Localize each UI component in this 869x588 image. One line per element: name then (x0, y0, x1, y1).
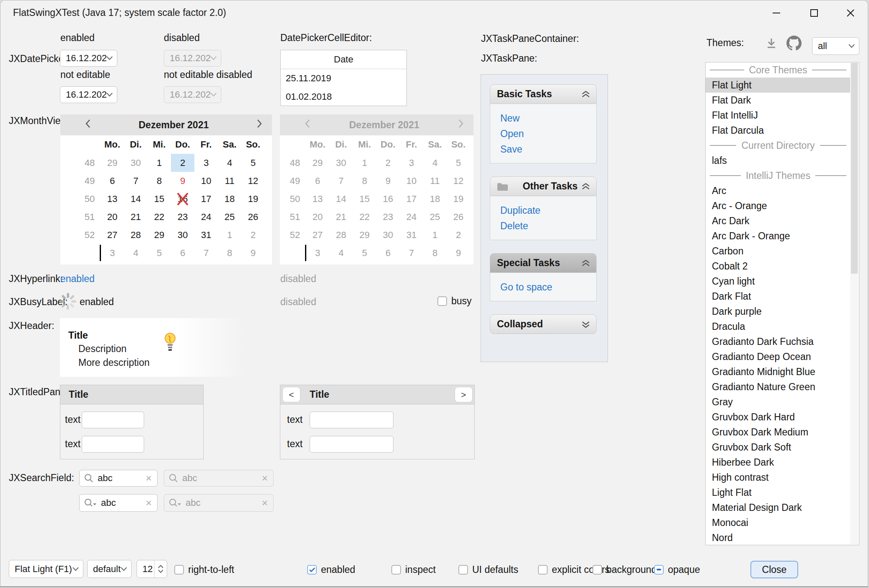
checkbox-item-ui-defaults[interactable]: UI defaults (458, 564, 518, 575)
calendar-day[interactable]: 10 (194, 172, 218, 190)
taskpane-link[interactable]: New (500, 111, 596, 126)
taskpane-link[interactable]: Open (500, 126, 596, 142)
theme-item[interactable]: Flat IntelliJ (706, 108, 851, 123)
checkbox-item-background[interactable]: background (592, 564, 657, 575)
text-input[interactable] (82, 436, 144, 453)
theme-item[interactable]: Gruvbox Dark Soft (706, 440, 851, 455)
minimize-button[interactable] (764, 0, 789, 26)
calendar-day[interactable]: 19 (241, 190, 265, 208)
theme-item[interactable]: Dracula (706, 319, 851, 334)
theme-item[interactable]: Material Design Dark (706, 500, 851, 515)
calendar-day[interactable]: 3 (101, 244, 124, 262)
calendar-day[interactable]: 22 (147, 208, 171, 226)
busy-checkbox[interactable] (437, 296, 447, 306)
calendar-day[interactable]: 17 (194, 190, 218, 208)
calendar-day[interactable]: 4 (218, 154, 241, 172)
checkbox[interactable] (538, 565, 548, 575)
text-input[interactable] (310, 436, 393, 453)
theme-item[interactable]: Hiberbee Dark (706, 455, 851, 470)
calendar-day[interactable]: 7 (194, 244, 218, 262)
taskpane-link[interactable]: Delete (500, 218, 596, 234)
theme-item[interactable]: Gruvbox Dark Hard (706, 409, 851, 425)
themes-scrollbar[interactable] (850, 63, 859, 544)
calendar-day[interactable]: 1 (218, 226, 241, 244)
theme-item[interactable]: Flat Dark (706, 93, 851, 108)
theme-item[interactable]: Arc (706, 183, 851, 198)
calendar-day[interactable]: 13 (101, 190, 124, 208)
checkbox[interactable] (654, 565, 664, 575)
calendar-day[interactable]: 27 (101, 226, 124, 244)
titled-panel-prev-button[interactable]: < (282, 387, 300, 402)
search-field-menu-enabled[interactable]: abc ✕ (79, 494, 158, 512)
theme-item[interactable]: Gruvbox Dark Medium (706, 425, 851, 440)
theme-item[interactable]: Nord (706, 530, 851, 545)
theme-item[interactable]: Monocai (706, 515, 851, 530)
calendar-day[interactable]: 26 (241, 208, 265, 226)
taskpane-link[interactable]: Duplicate (500, 203, 596, 218)
theme-item[interactable]: Gradianto Dark Fuchsia (706, 334, 851, 349)
theme-item[interactable]: lafs (706, 153, 851, 168)
theme-item[interactable]: Gradianto Nature Green (706, 379, 851, 394)
theme-item[interactable]: Light Flat (706, 485, 851, 500)
calendar-day[interactable]: 9 (241, 244, 265, 262)
taskpane-link[interactable]: Go to space (500, 280, 596, 295)
themes-scrollbar-thumb[interactable] (851, 63, 858, 274)
checkbox[interactable] (391, 565, 401, 575)
theme-item[interactable]: Flat Darcula (706, 123, 851, 138)
calendar-day[interactable]: 25 (218, 208, 241, 226)
checkbox[interactable] (592, 565, 602, 575)
calendar-day[interactable]: 7 (124, 172, 147, 190)
calendar-day[interactable]: 28 (124, 226, 147, 244)
themes-filter-combo[interactable]: all (812, 37, 859, 55)
checkbox[interactable] (307, 565, 317, 575)
calendar-day[interactable]: 31 (194, 226, 218, 244)
calendar-day[interactable]: 30 (171, 226, 194, 244)
theme-item[interactable]: Gradianto Deep Ocean (706, 349, 851, 364)
calendar-day[interactable]: 5 (241, 154, 265, 172)
calendar-day[interactable]: 3 (194, 154, 218, 172)
titled-panel-next-button[interactable]: > (455, 387, 473, 402)
maximize-button[interactable] (802, 0, 827, 26)
calendar-day[interactable]: 23 (171, 208, 194, 226)
checkbox-item-enabled[interactable]: enabled (307, 564, 355, 575)
checkbox[interactable] (174, 565, 184, 575)
clear-icon[interactable]: ✕ (145, 474, 152, 483)
clear-icon[interactable]: ✕ (145, 498, 152, 508)
taskpane-header[interactable]: Collapsed (490, 314, 597, 334)
checkbox-item-inspect[interactable]: inspect (391, 564, 436, 575)
busy-checkbox-item[interactable]: busy (437, 295, 472, 307)
calendar-day[interactable]: 5 (147, 244, 171, 262)
calendar-day[interactable]: 15 (147, 190, 171, 208)
taskpane-header[interactable]: Basic Tasks (490, 84, 597, 104)
theme-item[interactable]: Carbon (706, 243, 851, 259)
download-themes-button[interactable] (765, 36, 778, 52)
theme-item[interactable]: Arc - Orange (706, 198, 851, 213)
checkbox[interactable] (458, 565, 468, 575)
calendar-day[interactable]: 1 (147, 154, 171, 172)
search-value[interactable]: abc (97, 497, 145, 508)
theme-item[interactable]: High contrast (706, 470, 851, 485)
search-value[interactable]: abc (93, 473, 145, 484)
theme-item[interactable]: Flat Light (706, 78, 851, 93)
calendar-day[interactable]: 2 (171, 154, 194, 172)
calendar-day[interactable]: 6 (171, 244, 194, 262)
calendar-day[interactable]: 21 (124, 208, 147, 226)
date-table-header[interactable]: Date (281, 50, 406, 69)
scale-combo[interactable]: default (87, 560, 132, 578)
calendar-day[interactable]: 16 (171, 190, 194, 208)
calendar-day[interactable]: 12 (241, 172, 265, 190)
calendar-day[interactable]: 29 (147, 226, 171, 244)
datepicker-noteditable[interactable]: 16.12.2021 (60, 86, 117, 103)
close-button[interactable]: Close (750, 561, 798, 578)
theme-item[interactable]: Cyan light (706, 274, 851, 289)
theme-item[interactable]: Dark Flat (706, 289, 851, 304)
date-table-row[interactable]: 25.11.2019 (281, 69, 406, 88)
calendar-day[interactable]: 4 (124, 244, 147, 262)
calendar-day[interactable]: 30 (124, 154, 147, 172)
date-table-row[interactable]: 01.02.2018 (281, 88, 406, 106)
search-field-enabled[interactable]: abc ✕ (79, 470, 158, 487)
hyperlink-enabled[interactable]: enabled (60, 273, 95, 285)
text-input[interactable] (310, 412, 393, 428)
calendar-day[interactable]: 14 (124, 190, 147, 208)
theme-item[interactable]: Arc Dark (706, 213, 851, 228)
